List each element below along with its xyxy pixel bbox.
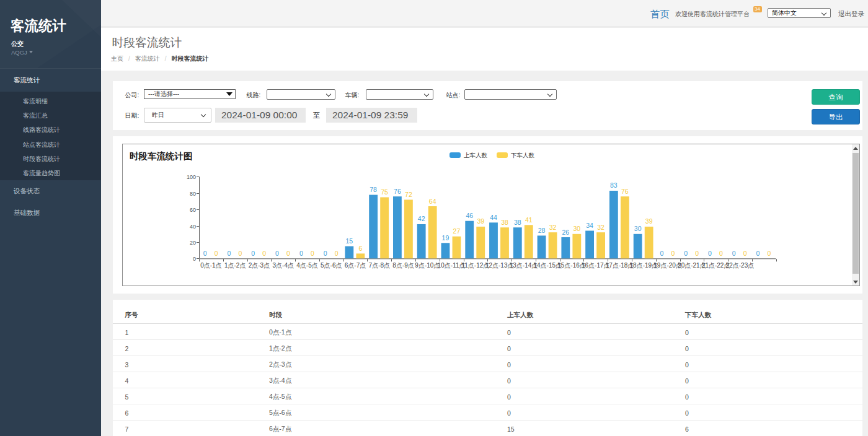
- svg-text:5点-6点: 5点-6点: [321, 262, 342, 269]
- svg-text:0: 0: [695, 250, 699, 257]
- svg-text:39: 39: [645, 217, 653, 225]
- svg-text:0: 0: [743, 250, 747, 257]
- svg-text:0: 0: [275, 250, 279, 257]
- svg-text:15: 15: [346, 237, 353, 245]
- svg-text:7点-8点: 7点-8点: [369, 262, 390, 269]
- svg-text:6点-7点: 6点-7点: [345, 262, 366, 269]
- svg-text:0: 0: [768, 250, 771, 257]
- svg-text:64: 64: [429, 198, 436, 205]
- svg-text:0: 0: [335, 250, 339, 257]
- svg-text:42: 42: [418, 215, 425, 222]
- svg-text:38: 38: [514, 219, 521, 226]
- svg-text:80: 80: [190, 191, 196, 197]
- svg-text:100: 100: [187, 174, 196, 180]
- svg-text:0: 0: [251, 250, 255, 257]
- svg-text:0: 0: [324, 250, 327, 257]
- svg-text:76: 76: [621, 188, 629, 195]
- svg-text:46: 46: [466, 212, 473, 219]
- svg-text:0: 0: [203, 250, 207, 257]
- svg-text:30: 30: [573, 225, 580, 232]
- svg-text:76: 76: [394, 188, 401, 195]
- svg-text:34: 34: [586, 222, 593, 229]
- svg-text:0: 0: [299, 250, 303, 257]
- svg-text:0: 0: [215, 250, 218, 257]
- svg-text:8点-9点: 8点-9点: [392, 262, 414, 269]
- svg-text:4点-5点: 4点-5点: [296, 262, 317, 269]
- svg-text:9点-10点: 9点-10点: [415, 262, 440, 269]
- svg-text:0: 0: [193, 256, 196, 262]
- svg-text:72: 72: [405, 191, 412, 198]
- svg-text:83: 83: [610, 181, 618, 189]
- svg-text:0: 0: [732, 250, 736, 257]
- svg-text:41: 41: [525, 216, 533, 224]
- svg-text:0: 0: [660, 250, 664, 257]
- svg-text:20: 20: [190, 240, 196, 246]
- svg-text:2点-3点: 2点-3点: [249, 262, 270, 269]
- svg-text:0: 0: [756, 250, 760, 257]
- svg-text:26: 26: [562, 229, 569, 236]
- svg-text:0: 0: [671, 250, 675, 257]
- svg-text:19: 19: [442, 234, 450, 242]
- svg-text:39: 39: [477, 217, 484, 225]
- svg-text:30: 30: [634, 225, 642, 232]
- svg-text:0点-1点: 0点-1点: [200, 262, 221, 269]
- svg-text:22点-23点: 22点-23点: [726, 262, 755, 269]
- svg-text:44: 44: [490, 214, 497, 221]
- svg-text:3点-4点: 3点-4点: [272, 262, 293, 269]
- svg-text:0: 0: [719, 250, 723, 257]
- svg-text:0: 0: [708, 250, 712, 257]
- svg-text:0: 0: [311, 250, 314, 257]
- svg-text:75: 75: [381, 188, 388, 196]
- svg-text:27: 27: [453, 227, 461, 235]
- svg-text:0: 0: [286, 250, 290, 257]
- svg-text:0: 0: [684, 250, 688, 257]
- svg-text:78: 78: [370, 186, 377, 193]
- svg-text:0: 0: [262, 250, 266, 257]
- svg-text:0: 0: [228, 250, 231, 257]
- svg-text:6: 6: [358, 245, 362, 252]
- svg-text:38: 38: [501, 219, 508, 226]
- svg-text:60: 60: [190, 207, 196, 213]
- svg-text:40: 40: [190, 224, 196, 230]
- svg-text:32: 32: [549, 224, 557, 231]
- svg-text:0: 0: [239, 250, 242, 257]
- svg-text:28: 28: [538, 227, 546, 234]
- svg-text:32: 32: [597, 224, 604, 231]
- svg-text:1点-2点: 1点-2点: [224, 262, 246, 269]
